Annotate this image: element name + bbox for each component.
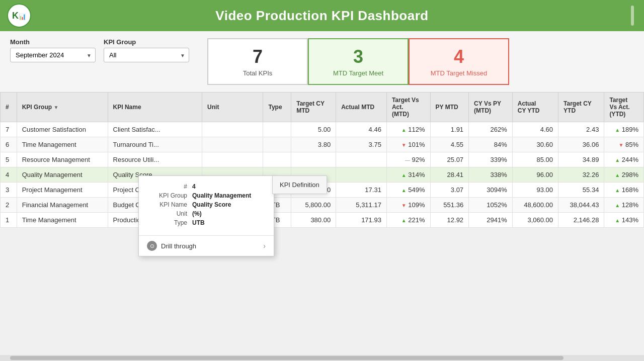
cell-type bbox=[263, 122, 291, 137]
context-menu-name-key: KPI Name bbox=[147, 201, 192, 208]
cell-cy-vs-py: 1052% bbox=[469, 198, 513, 213]
cell-actual-cy-ytd: 30.60 bbox=[512, 137, 558, 152]
cell-actual-cy-ytd: 85.00 bbox=[512, 152, 558, 167]
context-menu-group-val: Quality Management bbox=[192, 192, 251, 199]
cell-tvsa-ytd: ▲ 143% bbox=[604, 213, 644, 228]
cell-tvsa-mtd: ▲ 221% bbox=[386, 213, 430, 228]
mtd-meet-label: MTD Target Meet bbox=[324, 69, 392, 77]
col-type: Type bbox=[263, 93, 291, 122]
cell-name: Client Satisfac... bbox=[108, 122, 202, 137]
cell-cy-vs-py: 84% bbox=[469, 137, 513, 152]
scroll-indicator bbox=[631, 6, 634, 26]
cell-actual-mtd: 3.75 bbox=[336, 137, 387, 152]
context-menu-group-key: KPI Group bbox=[147, 192, 192, 199]
context-menu-number-val: 4 bbox=[192, 183, 196, 190]
mtd-missed-number: 4 bbox=[425, 46, 493, 67]
cell-cy-vs-py: 262% bbox=[469, 122, 513, 137]
month-select-wrapper[interactable]: September 2024 bbox=[10, 48, 96, 62]
cell-actual-mtd: 4.46 bbox=[336, 122, 387, 137]
context-menu-number-key: # bbox=[147, 183, 192, 190]
cell-unit bbox=[202, 122, 263, 137]
cell-tvsa-ytd: ▼ 85% bbox=[604, 137, 644, 152]
cell-tvsa-ytd: ▲ 128% bbox=[604, 198, 644, 213]
cell-cy-vs-py: 2941% bbox=[469, 213, 513, 228]
cell-actual-cy-ytd: 93.00 bbox=[512, 183, 558, 198]
cell-actual-mtd: 5,311.17 bbox=[336, 198, 387, 213]
cell-tvsa-mtd: ▲ 112% bbox=[386, 122, 430, 137]
cell-actual-cy-ytd: 3,060.00 bbox=[512, 213, 558, 228]
drill-icon: ⊙ bbox=[147, 241, 157, 251]
col-kpi-group: KPI Group ▼ bbox=[17, 93, 108, 122]
col-actual-mtd: Actual MTD bbox=[336, 93, 387, 122]
col-unit: Unit bbox=[202, 93, 263, 122]
context-menu-unit-val: (%) bbox=[192, 210, 202, 217]
cell-unit bbox=[202, 152, 263, 167]
cell-target-cy-mtd: 5.00 bbox=[291, 122, 336, 137]
cell-num: 1 bbox=[1, 213, 17, 228]
cell-cy-vs-py: 339% bbox=[469, 152, 513, 167]
context-menu-name-row: KPI Name Quality Score bbox=[147, 201, 266, 208]
cell-py-mtd: 1.91 bbox=[430, 122, 469, 137]
header: K📊 Video Production KPI Dashboard bbox=[0, 0, 644, 31]
kpi-definition-tooltip: KPI Definition bbox=[272, 175, 327, 194]
cell-actual-mtd: 171.93 bbox=[336, 213, 387, 228]
cell-tvsa-ytd: ▲ 168% bbox=[604, 183, 644, 198]
cell-tvsa-mtd: ▲ 549% bbox=[386, 183, 430, 198]
kpi-group-select[interactable]: All bbox=[104, 48, 189, 62]
kpi-group-select-wrapper[interactable]: All bbox=[104, 48, 189, 62]
cell-target-cy-mtd: 5,800.00 bbox=[291, 198, 336, 213]
context-menu-unit-row: Unit (%) bbox=[147, 210, 266, 217]
cell-num: 3 bbox=[1, 183, 17, 198]
cell-actual-mtd bbox=[336, 152, 387, 167]
mtd-missed-label: MTD Target Missed bbox=[425, 69, 493, 77]
cell-target-cy-mtd: 380.00 bbox=[291, 213, 336, 228]
kpi-table-wrapper: # KPI Group ▼ KPI Name Unit Type Target … bbox=[0, 92, 644, 228]
drill-through-action[interactable]: ⊙ Drill through › bbox=[139, 235, 274, 256]
col-target-cy-mtd: Target CYMTD bbox=[291, 93, 336, 122]
page-title: Video Production KPI Dashboard bbox=[215, 8, 428, 24]
col-actual-cy-ytd: ActualCY YTD bbox=[512, 93, 558, 122]
cell-py-mtd: 12.92 bbox=[430, 213, 469, 228]
cell-cy-vs-py: 3094% bbox=[469, 183, 513, 198]
month-filter-label: Month bbox=[10, 38, 96, 46]
cell-actual-mtd bbox=[336, 167, 387, 183]
table-row[interactable]: 7 Customer Satisfaction Client Satisfac.… bbox=[1, 122, 644, 137]
cell-target-cy-ytd: 34.89 bbox=[558, 152, 604, 167]
bottom-scrollbar[interactable] bbox=[0, 355, 644, 361]
cell-group: Time Management bbox=[17, 213, 108, 228]
month-select[interactable]: September 2024 bbox=[10, 48, 96, 62]
cell-num: 7 bbox=[1, 122, 17, 137]
cell-tvsa-mtd: ▲ 314% bbox=[386, 167, 430, 183]
kpi-group-filter-label: KPI Group bbox=[104, 38, 189, 46]
kpi-group-filter-group: KPI Group All bbox=[104, 38, 189, 62]
logo-text: K📊 bbox=[12, 11, 26, 21]
kpi-table: # KPI Group ▼ KPI Name Unit Type Target … bbox=[0, 92, 644, 228]
context-menu-number-row: # 4 bbox=[147, 183, 266, 190]
cell-py-mtd: 4.55 bbox=[430, 137, 469, 152]
cell-group: Customer Satisfaction bbox=[17, 122, 108, 137]
context-menu: # 4 KPI Group Quality Management KPI Nam… bbox=[138, 175, 274, 256]
cell-target-cy-mtd bbox=[291, 152, 336, 167]
table-row[interactable]: 5 Resource Management Resource Utili... … bbox=[1, 152, 644, 167]
table-row[interactable]: 6 Time Management Turnaround Ti... 3.80 … bbox=[1, 137, 644, 152]
cell-tvsa-ytd: ▲ 298% bbox=[604, 167, 644, 183]
cell-type bbox=[263, 137, 291, 152]
cell-name: Turnaround Ti... bbox=[108, 137, 202, 152]
filter-bar: Month September 2024 KPI Group All 7 Tot… bbox=[0, 31, 644, 92]
context-menu-info: # 4 KPI Group Quality Management KPI Nam… bbox=[139, 176, 274, 235]
cell-target-cy-ytd: 2.43 bbox=[558, 122, 604, 137]
cell-group: Time Management bbox=[17, 137, 108, 152]
cell-actual-cy-ytd: 96.00 bbox=[512, 167, 558, 183]
table-row[interactable]: 2 Financial Management Budget Compliance… bbox=[1, 198, 644, 213]
cell-tvsa-mtd: ▼ 101% bbox=[386, 137, 430, 152]
cell-actual-cy-ytd: 48,600.00 bbox=[512, 198, 558, 213]
cell-num: 4 bbox=[1, 167, 17, 183]
table-row[interactable]: 1 Time Management Production Speed Hours… bbox=[1, 213, 644, 228]
cell-name: Resource Utili... bbox=[108, 152, 202, 167]
chevron-right-icon: › bbox=[263, 242, 266, 250]
cell-target-cy-ytd: 2,146.28 bbox=[558, 213, 604, 228]
context-menu-group-row: KPI Group Quality Management bbox=[147, 192, 266, 199]
cell-cy-vs-py: 338% bbox=[469, 167, 513, 183]
month-filter-group: Month September 2024 bbox=[10, 38, 96, 62]
cell-target-cy-ytd: 36.06 bbox=[558, 137, 604, 152]
